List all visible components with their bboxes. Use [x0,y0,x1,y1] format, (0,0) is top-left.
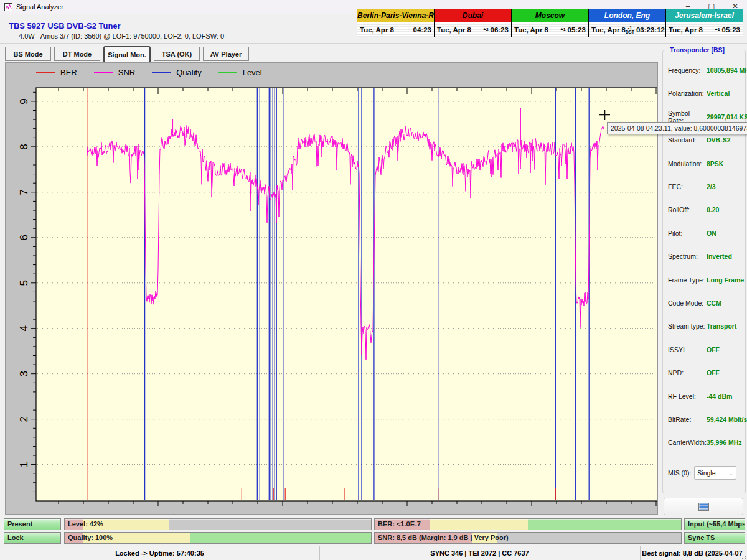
svg-text:8: 8 [19,144,31,149]
field-value: 2/3 [707,183,716,190]
legend-label-snr: SNR [118,68,135,77]
header-separator [0,43,747,44]
svg-text:9: 9 [19,98,31,104]
svg-text:5: 5 [19,280,31,286]
window-title: Signal Analyzer [16,3,63,11]
field-label: RF Level: [668,393,707,400]
app-icon [4,3,12,11]
chevron-down-icon: ⌄ [729,470,734,476]
clock-time: 06:23 [491,26,509,34]
field-value: 10805,894 MHz [707,67,747,74]
clock-jerusalem-israel: Jerusalem-IsraelTue, Apr 8+105:23 [665,9,743,37]
legend-label-level: Level [243,68,262,77]
clock-utc-offset: +2 [484,27,489,32]
clock-date: Tue, Apr 8 [669,26,703,34]
resize-grip[interactable] [740,554,746,560]
legend-line-quality [152,72,171,73]
field-value: -44 dBm [707,393,732,400]
legend-line-level [218,72,237,73]
transponder-field-code-mode: Code Mode:CCM [668,299,743,307]
transponder-panel-title: Transponder [BS] [668,46,726,54]
clock-city-label: Berlin-Paris-Vienna-Roma [357,9,434,22]
tab-av-player[interactable]: AV Player [203,47,249,61]
quality-bar: Quality: 100% [64,532,372,544]
ber-bar: BER: <1.0E-7 [374,518,682,530]
transponder-field-rf-level: RF Level:-44 dBm [668,392,743,401]
signal-monitor-chart: 123456789 BERSNRQualityLevel [5,62,658,515]
svg-text:1: 1 [19,462,31,467]
world-clocks: Berlin-Paris-Vienna-RomaTue, Apr 804:23D… [357,9,743,37]
field-value: 35,996 MHz [707,439,742,446]
tab-signal-mon[interactable]: Signal Mon. [103,46,151,63]
field-label: Polarization: [668,90,707,97]
transponder-field-frame-type: Frame Type:Long Frame [668,276,743,284]
field-label: Code Mode: [668,299,707,307]
field-value: Long Frame [707,276,744,284]
status-section-2: Best signal: 8,8 dB (2025-04-07 19:16) [640,546,745,560]
field-value: OFF [707,369,720,376]
transponder-field-issyi: ISSYIOFF [668,345,743,354]
svg-text:2: 2 [19,416,31,422]
clock-time-row: Tue, Apr 804:23 [357,22,434,37]
svg-text:4: 4 [19,325,31,331]
level-bar: Level: 42% [64,518,372,530]
tab-bs-mode[interactable]: BS Mode [5,47,51,61]
field-label: Pilot: [668,230,707,237]
mis-label: MIS (0): [668,469,691,477]
clock-time-row: Tue, Apr 8+206:23 [435,22,511,37]
field-value: 0.20 [707,206,719,213]
snr-plot[interactable]: 123456789 [6,63,657,514]
field-label: BitRate: [668,416,707,423]
field-value: OFF [707,346,720,353]
field-value: Transport [707,322,736,330]
clock-london-eng: London, EngTue, Apr 8-1DST03:23:12 [588,9,665,37]
transponder-list-button[interactable] [664,498,743,515]
mis-row: MIS (0): Single ⌄ [668,466,741,480]
clock-date: Tue, Apr 8 [360,26,394,34]
clock-time-row: Tue, Apr 8+105:23 [666,22,743,37]
clock-berlin-paris-vienna-roma: Berlin-Paris-Vienna-RomaTue, Apr 804:23 [357,9,434,37]
snr-bar: SNR: 8,5 dB (Margin: 1,9 dB | Very Poor) [374,532,682,544]
field-label: Spectrum: [668,253,707,260]
field-value: Vertical [707,90,730,97]
tab-dt-mode[interactable]: DT Mode [54,47,100,61]
field-label: Frequency: [668,67,707,74]
clock-date: Tue, Apr 8 [591,26,626,34]
clock-city-label: London, Eng [589,9,665,22]
field-label: FEC: [668,183,707,190]
clock-time: 05:23 [722,26,740,34]
svg-text:6: 6 [19,235,31,240]
legend-line-ber [36,72,55,73]
legend-label-ber: BER [60,68,77,77]
field-label: Modulation: [668,160,707,167]
mode-tab-bar: BS ModeDT ModeSignal Mon.TSA (OK)AV Play… [5,47,249,63]
transponder-field-stream-type: Stream type:Transport [668,322,743,330]
field-value: 59,424 Mbit/s [707,416,747,423]
transponder-field-symbol-rate: Symbol Rate:29997,014 KS/s [668,113,743,121]
clock-date: Tue, Apr 8 [437,26,471,34]
tab-tsa-ok[interactable]: TSA (OK) [154,47,200,61]
mis-dropdown[interactable]: Single ⌄ [694,466,736,480]
field-label: ISSYI [668,346,707,353]
clock-city-label: Jerusalem-Israel [666,9,743,22]
field-label: NPD: [668,369,707,376]
clock-time: 04:23 [413,26,431,34]
field-value: 29997,014 KS/s [707,113,747,121]
clock-city-label: Dubai [435,9,511,22]
data-point-tooltip: 2025-04-08 04.23.11, value: 8,6000003814… [607,122,747,134]
field-value: Inverted [707,253,732,260]
device-title: TBS 5927 USB DVB-S2 Tuner [9,21,121,30]
field-value: ON [707,230,716,237]
field-value: DVB-S2 [707,136,731,144]
field-value: CCM [707,299,721,307]
transponder-field-bitrate: BitRate:59,424 Mbit/s [668,415,743,424]
clock-time: 03:23:12 [636,26,665,34]
transponder-field-rolloff: RollOff:0.20 [668,205,743,214]
transponder-panel: Transponder [BS] Frequency:10805,894 MHz… [662,50,746,493]
present-badge: Present [4,518,61,530]
legend-label-quality: Quality [176,68,201,77]
svg-text:7: 7 [19,189,31,195]
transponder-field-polarization: Polarization:Vertical [668,89,743,98]
transponder-field-frequency: Frequency:10805,894 MHz [668,66,743,75]
clock-time: 05:23 [568,26,586,34]
